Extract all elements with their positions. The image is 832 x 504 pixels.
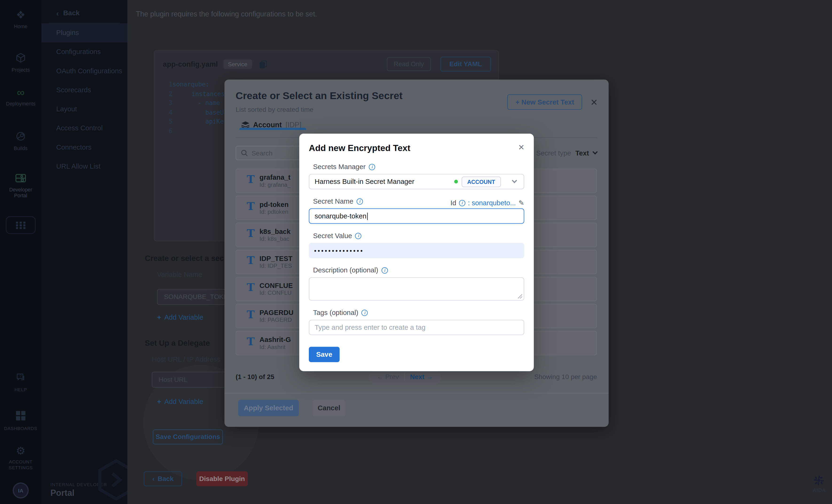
back-button[interactable]: ‹Back — [144, 471, 182, 486]
prev-page-button[interactable]: ← Prev — [371, 373, 405, 381]
menu-item-connectors[interactable]: Connectors — [42, 138, 127, 157]
status-dot-green — [454, 180, 458, 184]
menu-item-oauth-configurations[interactable]: OAuth Configurations — [42, 61, 127, 81]
developer-portal-icon — [0, 172, 42, 185]
menu-item-url-allow-list[interactable]: URL Allow List — [42, 157, 127, 176]
text-caret — [367, 212, 368, 220]
home-icon: ❖ — [0, 8, 42, 21]
secret-name-label: Secret Name i — [313, 197, 363, 205]
edit-yaml-button[interactable]: Edit YAML — [440, 57, 491, 72]
chevron-left-icon: ‹ — [56, 8, 59, 18]
sidebar-item-builds[interactable]: Builds — [0, 130, 42, 151]
plus-icon: + — [157, 398, 161, 405]
menu-item-layout[interactable]: Layout — [42, 100, 127, 119]
secret-id-link[interactable]: : sonarqubeto... — [468, 199, 516, 207]
pagination-pill: ← Prev Next → — [369, 369, 441, 385]
sidebar-item-home[interactable]: ❖ Home — [0, 8, 42, 29]
plus-icon: + — [157, 313, 161, 321]
gear-icon: ⚙ — [0, 444, 42, 457]
info-icon[interactable]: i — [369, 164, 375, 170]
add-variable-link[interactable]: +Add Variable — [157, 313, 203, 321]
tab-account-idp[interactable]: Account [IDP] — [241, 121, 301, 129]
secrets-manager-select[interactable]: Harness Built-in Secret Manager ACCOUNT — [309, 174, 524, 189]
resize-handle-icon[interactable] — [518, 294, 522, 299]
secret-section-title: Create or select a secret — [145, 254, 234, 262]
menu-item-plugins[interactable]: Plugins — [42, 23, 127, 42]
dialog-close-icon[interactable]: × — [518, 143, 524, 152]
code-line: instances — [191, 89, 225, 99]
active-tab-underline — [239, 128, 306, 130]
save-configurations-button[interactable]: Save Configurations — [153, 429, 223, 444]
id-label: Id — [450, 199, 456, 207]
deployments-icon: ∞ — [0, 86, 42, 99]
tags-input-wrap — [309, 319, 524, 335]
disable-plugin-button[interactable]: Disable Plugin — [196, 471, 248, 486]
nav-rail: ❖ Home Projects ∞ Deployments Builds Dev… — [0, 0, 42, 504]
text-secret-icon: T — [247, 308, 255, 321]
modal-close-icon[interactable]: × — [591, 97, 597, 107]
secret-value-label: Secret Value i — [313, 232, 524, 240]
settings-menu: ‹ Back Plugins Configurations OAuth Conf… — [42, 0, 127, 504]
sidebar-item-dashboards[interactable]: DASHBOARDS — [0, 411, 42, 432]
info-icon[interactable]: i — [382, 267, 388, 273]
save-button[interactable]: Save — [309, 347, 340, 362]
module-grid-button[interactable] — [6, 216, 35, 234]
description-label: Description (optional) i — [313, 266, 524, 274]
cancel-button[interactable]: Cancel — [313, 400, 345, 416]
grid-icon — [16, 221, 26, 229]
info-icon[interactable]: i — [459, 200, 465, 206]
chevron-down-icon — [512, 178, 517, 183]
modal-title: Create or Select an Existing Secret — [235, 90, 402, 102]
service-badge: Service — [223, 59, 252, 69]
menu-back-button[interactable]: ‹ Back — [42, 0, 127, 23]
code-line: baseU — [205, 108, 224, 117]
copy-icon[interactable] — [259, 60, 267, 68]
svg-text:?: ? — [19, 374, 21, 379]
builds-icon — [0, 130, 42, 143]
tags-input[interactable] — [315, 324, 518, 331]
sidebar-item-developer-portal[interactable]: Developer Portal — [0, 172, 42, 198]
menu-item-access-control[interactable]: Access Control — [42, 119, 127, 138]
read-only-chip: Read Only — [387, 57, 431, 71]
aida-pinwheel-icon — [813, 475, 826, 486]
idp-hexagon-logo — [97, 459, 127, 501]
dialog-title: Add new Encrypted Text — [309, 143, 410, 153]
sidebar-item-deployments[interactable]: ∞ Deployments — [0, 86, 42, 107]
text-secret-icon: T — [247, 254, 255, 267]
info-icon[interactable]: i — [355, 232, 362, 239]
sidebar-item-projects[interactable]: Projects — [0, 52, 42, 73]
scope-badge: ACCOUNT — [461, 176, 501, 187]
add-variable-link-2[interactable]: +Add Variable — [157, 398, 203, 405]
secrets-manager-label: Secrets Manager i — [313, 163, 524, 171]
menu-item-scorecards[interactable]: Scorecards — [42, 81, 127, 100]
host-url-label: Host URL / IP Address — [152, 355, 220, 363]
edit-pencil-icon[interactable]: ✎ — [518, 199, 524, 207]
tags-label: Tags (optional) i — [313, 309, 524, 316]
aida-assistant-button[interactable]: AIDA — [813, 475, 826, 493]
apply-selected-button[interactable]: Apply Selected — [238, 400, 299, 416]
secret-value-input[interactable]: •••••••••••••• — [309, 243, 524, 258]
text-secret-icon: T — [247, 200, 255, 213]
help-icon: ? — [0, 372, 42, 385]
sidebar-item-help[interactable]: ? HELP — [0, 372, 42, 393]
pagination-range: (1 - 10) of 25 — [235, 373, 274, 381]
user-avatar[interactable]: IA — [13, 483, 29, 499]
sidebar-item-account-settings[interactable]: ⚙ ACCOUNT SETTINGS — [0, 444, 42, 471]
page-size-text: Showing 10 per page — [534, 373, 597, 381]
info-icon[interactable]: i — [357, 198, 363, 204]
new-secret-text-button[interactable]: + New Secret Text — [508, 94, 582, 110]
menu-item-configurations[interactable]: Configurations — [42, 43, 127, 61]
secret-name-input[interactable]: sonarqube-token — [309, 208, 524, 224]
info-icon[interactable]: i — [362, 309, 368, 316]
chevron-down-icon — [593, 149, 598, 155]
text-secret-icon: T — [247, 281, 255, 294]
description-textarea[interactable] — [309, 277, 524, 301]
delegate-section-title: Set Up a Delegate — [145, 339, 210, 347]
text-secret-icon: T — [247, 335, 255, 348]
secret-type-dropdown[interactable]: Secret type Text — [536, 149, 597, 157]
variable-name-label: Variable Name — [157, 270, 202, 278]
next-page-button[interactable]: Next → — [405, 373, 438, 381]
projects-icon — [0, 52, 42, 64]
dashboards-icon — [0, 411, 42, 424]
code-line: - name — [198, 99, 220, 108]
